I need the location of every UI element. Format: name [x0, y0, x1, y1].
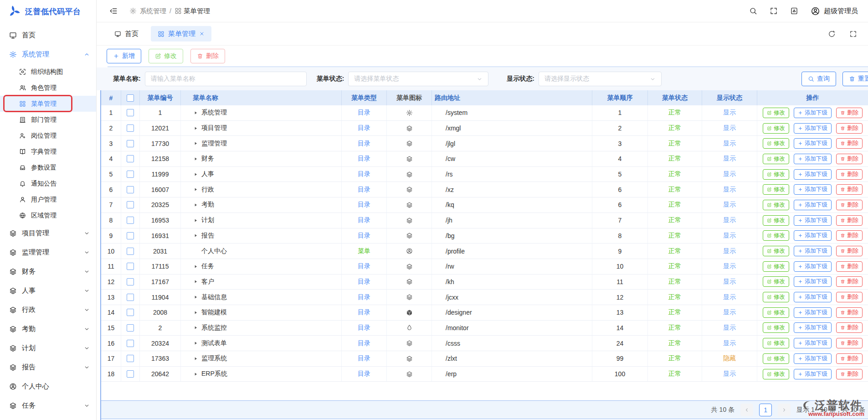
row-edit-button[interactable]: 修改	[763, 246, 789, 256]
row-delete-button[interactable]: 删除	[836, 123, 863, 134]
fullscreen-icon[interactable]	[770, 7, 778, 15]
row-checkbox[interactable]	[127, 201, 134, 208]
sidebar-item-角色管理[interactable]: 角色管理	[0, 80, 96, 96]
row-add-child-button[interactable]: 添加下级	[794, 307, 832, 318]
row-checkbox[interactable]	[127, 124, 134, 132]
row-edit-button[interactable]: 修改	[763, 353, 789, 364]
row-checkbox[interactable]	[127, 340, 134, 347]
row-checkbox[interactable]	[127, 278, 134, 285]
row-edit-button[interactable]: 修改	[763, 261, 789, 272]
row-edit-button[interactable]: 修改	[763, 230, 789, 241]
row-edit-button[interactable]: 修改	[763, 169, 789, 180]
sidebar-item-考勤[interactable]: 考勤	[0, 319, 96, 338]
tab-首页[interactable]: 首页	[108, 26, 145, 41]
row-edit-button[interactable]: 修改	[763, 200, 789, 210]
user-menu[interactable]: 超级管理员	[811, 6, 858, 16]
row-edit-button[interactable]: 修改	[763, 276, 789, 287]
row-edit-button[interactable]: 修改	[763, 215, 789, 226]
row-delete-button[interactable]: 删除	[836, 292, 863, 302]
row-delete-button[interactable]: 删除	[836, 322, 863, 333]
expand-caret-icon[interactable]	[193, 279, 198, 284]
row-add-child-button[interactable]: 添加下级	[794, 276, 832, 287]
sidebar-item-任务[interactable]: 任务	[0, 396, 96, 415]
sidebar-item-财务[interactable]: 财务	[0, 262, 96, 281]
sidebar-item-项目管理[interactable]: 项目管理	[0, 223, 96, 243]
add-button[interactable]: 新增	[107, 49, 141, 63]
tab-菜单管理[interactable]: 菜单管理	[151, 26, 211, 41]
row-edit-button[interactable]: 修改	[763, 322, 789, 333]
expand-caret-icon[interactable]	[193, 356, 198, 361]
next-page-button[interactable]	[778, 404, 791, 416]
row-edit-button[interactable]: 修改	[763, 108, 789, 118]
row-delete-button[interactable]: 删除	[836, 276, 863, 287]
row-checkbox[interactable]	[127, 370, 134, 378]
row-checkbox[interactable]	[127, 232, 134, 239]
row-add-child-button[interactable]: 添加下级	[794, 108, 832, 118]
row-add-child-button[interactable]: 添加下级	[794, 154, 832, 164]
row-delete-button[interactable]: 删除	[836, 307, 863, 318]
row-add-child-button[interactable]: 添加下级	[794, 369, 832, 379]
row-delete-button[interactable]: 删除	[836, 184, 863, 195]
row-edit-button[interactable]: 修改	[763, 123, 789, 134]
expand-caret-icon[interactable]	[193, 295, 198, 300]
sidebar-item-通知公告[interactable]: 通知公告	[0, 176, 96, 192]
close-icon[interactable]	[199, 31, 205, 36]
row-edit-button[interactable]: 修改	[763, 369, 789, 379]
row-edit-button[interactable]: 修改	[763, 307, 789, 318]
expand-caret-icon[interactable]	[193, 202, 198, 207]
delete-button[interactable]: 删除	[190, 49, 225, 63]
select-all-checkbox[interactable]	[127, 94, 134, 102]
expand-caret-icon[interactable]	[193, 341, 198, 346]
content-fullscreen-icon[interactable]	[849, 30, 857, 38]
sidebar-item-菜单管理[interactable]: 菜单管理	[0, 96, 96, 112]
theme-layout-icon[interactable]	[790, 7, 798, 15]
row-add-child-button[interactable]: 添加下级	[794, 246, 832, 256]
row-add-child-button[interactable]: 添加下级	[794, 184, 832, 195]
row-add-child-button[interactable]: 添加下级	[794, 215, 832, 226]
row-delete-button[interactable]: 删除	[836, 200, 863, 210]
row-edit-button[interactable]: 修改	[763, 184, 789, 195]
row-checkbox[interactable]	[127, 324, 134, 332]
row-delete-button[interactable]: 删除	[836, 154, 863, 164]
row-checkbox[interactable]	[127, 155, 134, 162]
edit-button[interactable]: 修改	[149, 49, 183, 63]
row-checkbox[interactable]	[127, 355, 134, 362]
row-checkbox[interactable]	[127, 109, 134, 116]
sidebar-item-计划[interactable]: 计划	[0, 338, 96, 358]
sidebar-item-报告[interactable]: 报告	[0, 358, 96, 377]
sidebar-item-组织结构图[interactable]: 组织结构图	[0, 64, 96, 80]
row-add-child-button[interactable]: 添加下级	[794, 292, 832, 302]
row-delete-button[interactable]: 删除	[836, 169, 863, 180]
row-delete-button[interactable]: 删除	[836, 246, 863, 256]
row-add-child-button[interactable]: 添加下级	[794, 261, 832, 272]
search-icon[interactable]	[749, 7, 757, 15]
row-checkbox[interactable]	[127, 263, 134, 270]
expand-caret-icon[interactable]	[193, 218, 198, 223]
expand-caret-icon[interactable]	[193, 325, 198, 330]
row-add-child-button[interactable]: 添加下级	[794, 169, 832, 180]
sidebar-item-岗位管理[interactable]: 岗位管理	[0, 128, 96, 144]
row-delete-button[interactable]: 删除	[836, 138, 863, 149]
display-status-select[interactable]: 请选择显示状态	[539, 72, 662, 86]
row-edit-button[interactable]: 修改	[763, 338, 789, 348]
row-checkbox[interactable]	[127, 248, 134, 255]
row-add-child-button[interactable]: 添加下级	[794, 138, 832, 149]
row-edit-button[interactable]: 修改	[763, 292, 789, 302]
row-checkbox[interactable]	[127, 217, 134, 224]
row-delete-button[interactable]: 删除	[836, 338, 863, 348]
row-add-child-button[interactable]: 添加下级	[794, 123, 832, 134]
row-edit-button[interactable]: 修改	[763, 154, 789, 164]
row-checkbox[interactable]	[127, 140, 134, 147]
sidebar-item-个人中心[interactable]: 个人中心	[0, 377, 96, 396]
row-delete-button[interactable]: 删除	[836, 215, 863, 226]
sidebar-collapse-icon[interactable]	[109, 7, 118, 15]
menu-name-input[interactable]: 请输入菜单名称	[145, 72, 307, 86]
breadcrumb-parent[interactable]: 系统管理	[140, 7, 166, 16]
expand-caret-icon[interactable]	[193, 110, 198, 115]
sidebar-item-区域管理[interactable]: 区域管理	[0, 207, 96, 223]
row-delete-button[interactable]: 删除	[836, 108, 863, 118]
search-button[interactable]: 查询	[801, 72, 836, 86]
sidebar-item-用户管理[interactable]: 用户管理	[0, 192, 96, 207]
row-checkbox[interactable]	[127, 294, 134, 301]
sidebar-item-字典管理[interactable]: 字典管理	[0, 144, 96, 160]
